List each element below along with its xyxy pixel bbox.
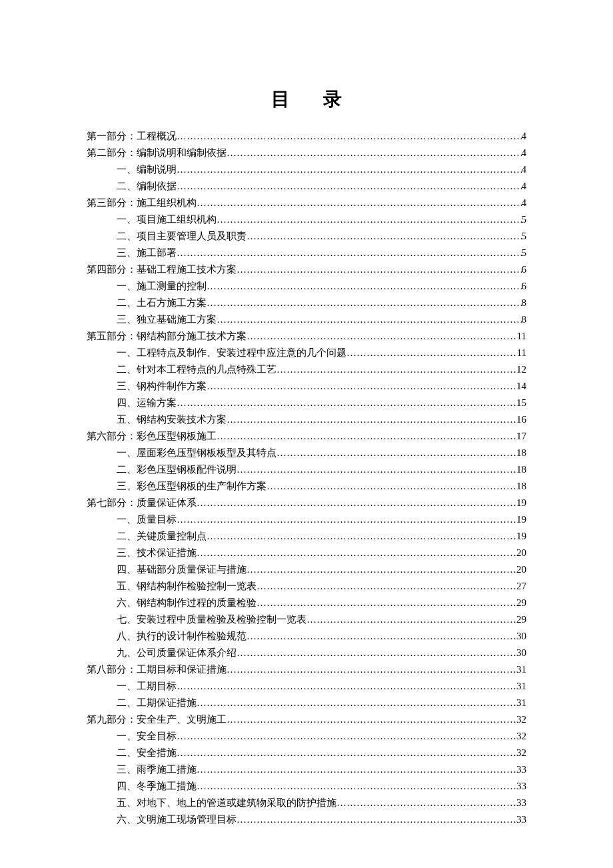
toc-entry-label: 三、独立基础施工方案	[117, 311, 217, 327]
toc-dot-leader	[207, 278, 522, 294]
toc-dot-leader	[247, 561, 516, 577]
toc-dot-leader	[217, 211, 522, 227]
toc-dot-leader	[197, 545, 516, 561]
toc-entry-page: 29	[516, 611, 526, 627]
toc-dot-leader	[217, 311, 522, 327]
toc-entry-label: 五、钢结构制作检验控制一览表	[117, 578, 257, 594]
toc-dot-leader	[177, 678, 516, 694]
toc-entry: 第八部分：工期目标和保证措施31	[87, 661, 526, 677]
toc-entry: 六、文明施工现场管理目标33	[87, 811, 526, 827]
toc-entry: 七、安装过程中质量检验及检验控制一览表29	[87, 611, 526, 627]
toc-entry: 一、工程特点及制作、安装过程中应注意的几个问题11	[87, 345, 526, 361]
toc-dot-leader	[177, 178, 522, 194]
toc-dot-leader	[217, 428, 516, 444]
toc-entry-label: 二、项目主要管理人员及职责	[117, 228, 247, 244]
toc-entry-page: 27	[516, 578, 526, 594]
toc-dot-leader	[247, 328, 517, 344]
toc-entry-label: 二、安全措施	[117, 745, 177, 761]
toc-entry-page: 19	[516, 511, 526, 527]
toc-entry-page: 4	[522, 161, 527, 177]
toc-entry-label: 四、基础部分质量保证与措施	[117, 561, 247, 577]
toc-dot-leader	[257, 578, 516, 594]
toc-entry-label: 三、彩色压型钢板的生产制作方案	[117, 478, 267, 494]
toc-entry-label: 四、冬季施工措施	[117, 778, 197, 794]
toc-entry-label: 五、对地下、地上的管道或建筑物采取的防护措施	[117, 795, 336, 811]
toc-entry-label: 二、编制依据	[117, 178, 177, 194]
toc-entry-page: 6	[522, 261, 527, 277]
toc-entry: 八、执行的设计制作检验规范30	[87, 628, 526, 644]
toc-entry-label: 一、工期目标	[117, 678, 177, 694]
toc-entry: 二、工期保证措施31	[87, 695, 526, 711]
toc-dot-leader	[277, 445, 516, 461]
toc-dot-leader	[197, 695, 516, 711]
toc-dot-leader	[346, 345, 517, 361]
toc-entry-label: 一、工程特点及制作、安装过程中应注意的几个问题	[117, 345, 346, 361]
toc-entry-page: 31	[516, 695, 526, 711]
toc-entry-page: 30	[516, 645, 526, 661]
toc-entry-label: 第三部分：施工组织机构	[87, 195, 197, 211]
toc-entry: 四、运输方案15	[87, 395, 526, 411]
toc-entry: 第四部分：基础工程施工技术方案6	[87, 261, 526, 277]
toc-entry: 一、屋面彩色压型钢板板型及其特点18	[87, 445, 526, 461]
toc-entry-page: 31	[516, 661, 526, 677]
toc-entry: 五、钢结构安装技术方案16	[87, 411, 526, 427]
toc-entry: 一、工期目标31	[87, 678, 526, 694]
toc-entry-label: 第四部分：基础工程施工技术方案	[87, 261, 237, 277]
toc-entry-label: 三、雨季施工措施	[117, 761, 197, 777]
toc-entry-page: 32	[516, 711, 526, 727]
toc-entry: 一、安全目标32	[87, 728, 526, 744]
toc-dot-leader	[227, 661, 516, 677]
toc-entry-page: 5	[522, 211, 527, 227]
toc-dot-leader	[197, 778, 516, 794]
toc-entry-page: 4	[522, 145, 527, 161]
toc-entry: 第七部分：质量保证体系19	[87, 495, 526, 511]
toc-entry-page: 4	[522, 178, 527, 194]
toc-entry-label: 二、针对本工程特点的几点特殊工艺	[117, 361, 277, 377]
toc-entry: 三、钢构件制作方案14	[87, 378, 526, 394]
toc-entry: 第九部分：安全生产、文明施工32	[87, 711, 526, 727]
toc-entry-page: 8	[522, 311, 527, 327]
toc-entry-page: 19	[516, 528, 526, 544]
toc-dot-leader	[177, 745, 516, 761]
toc-entry-page: 32	[516, 745, 526, 761]
toc-entry-page: 12	[516, 361, 526, 377]
document-title: 目录	[87, 87, 526, 112]
toc-entry-page: 33	[516, 795, 526, 811]
toc-entry-page: 5	[522, 245, 527, 261]
toc-entry-label: 一、施工测量的控制	[117, 278, 207, 294]
toc-entry-page: 4	[522, 128, 527, 144]
toc-entry-page: 11	[517, 345, 526, 361]
toc-entry-page: 5	[522, 228, 527, 244]
toc-entry: 三、施工部署5	[87, 245, 526, 261]
toc-entry-page: 17	[516, 428, 526, 444]
toc-dot-leader	[227, 711, 516, 727]
toc-entry-label: 一、屋面彩色压型钢板板型及其特点	[117, 445, 277, 461]
toc-dot-leader	[177, 128, 522, 144]
toc-entry: 一、项目施工组织机构5	[87, 211, 526, 227]
toc-dot-leader	[247, 228, 522, 244]
toc-entry: 二、项目主要管理人员及职责 5	[87, 228, 526, 244]
toc-entry-page: 33	[516, 761, 526, 777]
toc-entry-label: 六、文明施工现场管理目标	[117, 811, 237, 827]
toc-entry-label: 第一部分：工程概况	[87, 128, 177, 144]
toc-dot-leader	[177, 511, 516, 527]
toc-entry-label: 第五部分：钢结构部分施工技术方案	[87, 328, 247, 344]
toc-entry-label: 七、安装过程中质量检验及检验控制一览表	[117, 611, 306, 627]
toc-entry: 三、技术保证措施20	[87, 545, 526, 561]
toc-dot-leader	[247, 628, 516, 644]
toc-entry-page: 8	[522, 295, 527, 311]
toc-entry: 一、施工测量的控制6	[87, 278, 526, 294]
toc-dot-leader	[207, 378, 516, 394]
toc-dot-leader	[177, 245, 522, 261]
toc-dot-leader	[336, 795, 516, 811]
toc-entry-page: 19	[516, 495, 526, 511]
toc-entry-label: 三、钢构件制作方案	[117, 378, 207, 394]
toc-entry-page: 15	[516, 395, 526, 411]
toc-entry-page: 11	[517, 328, 526, 344]
toc-entry-label: 六、钢结构制作过程的质量检验	[117, 595, 257, 611]
toc-entry: 二、编制依据4	[87, 178, 526, 194]
toc-entry: 四、基础部分质量保证与措施20	[87, 561, 526, 577]
toc-entry-label: 第七部分：质量保证体系	[87, 495, 197, 511]
toc-entry: 第一部分：工程概况4	[87, 128, 526, 144]
toc-dot-leader	[177, 728, 516, 744]
